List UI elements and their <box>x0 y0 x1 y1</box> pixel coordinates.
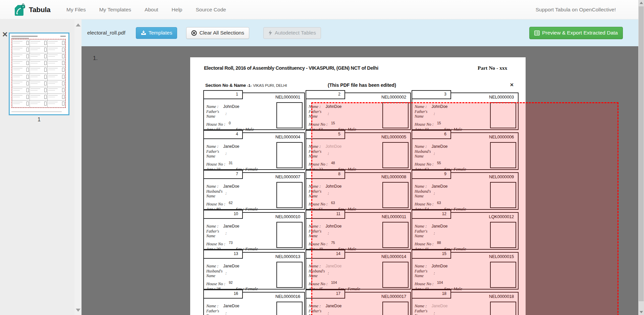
thumbnail-mini-cell <box>30 53 48 60</box>
pdf-page[interactable]: Electoral Roll, 2016 of Assembly Constit… <box>190 57 526 315</box>
photo-box <box>276 102 303 128</box>
relation-label-line2: Name <box>206 234 215 238</box>
thumbnail-mini-cell <box>30 60 48 67</box>
sex-value: Female <box>245 167 258 172</box>
voter-id: NEL0000002 <box>381 94 406 100</box>
autodetect-icon <box>268 30 272 36</box>
thumbnail-mini-cell <box>12 80 30 87</box>
thumbnail-mini-cell <box>12 93 30 101</box>
serial-number-box: 3 <box>412 90 451 99</box>
selection-close-icon[interactable]: ✕ <box>510 82 514 87</box>
remove-page-icon[interactable]: ✕ <box>2 31 8 38</box>
clear-all-selections-button[interactable]: Clear All Selections <box>186 27 249 39</box>
relation-colon: : <box>225 231 227 236</box>
name-value: JaneDoe <box>223 304 239 308</box>
relation-line: Husband'sName: <box>206 189 222 198</box>
scroll-down-icon[interactable] <box>76 309 80 312</box>
pdf-title: Electoral Roll, 2016 of Assembly Constit… <box>204 65 378 71</box>
photo-box <box>276 142 303 168</box>
autodetect-tables-button[interactable]: Autodetect Tables <box>263 27 321 39</box>
name-value: JohnDoe <box>223 104 239 109</box>
name-line: Name :JaneDoe <box>206 223 239 229</box>
clear-icon <box>191 30 197 36</box>
name-line: Name :JohnDoe <box>206 103 239 109</box>
thumbnail-mini-cell <box>47 66 65 73</box>
page-thumbnail-sidebar: ✕ 1 <box>0 19 82 315</box>
relation-label-line2: Name <box>206 194 215 198</box>
photo-box <box>276 182 303 208</box>
voter-card: 16NEL0000016Name :JaneDoeFather'sName:Ho… <box>203 292 305 315</box>
relation-colon: : <box>225 191 227 196</box>
templates-label: Templates <box>149 30 172 36</box>
templates-button[interactable]: Templates <box>136 27 177 39</box>
document-filename: electoral_roll.pdf <box>87 30 125 36</box>
relation-label: Husband's <box>206 269 222 273</box>
thumbnail-mini-cell <box>12 100 30 107</box>
scroll-up-icon[interactable] <box>76 23 80 26</box>
support-link[interactable]: Support Tabula on OpenCollective! <box>536 0 616 19</box>
sidebar-scrollbar[interactable] <box>74 19 82 315</box>
thumbnail-mini-cell <box>30 46 48 53</box>
serial-number-box: 1 <box>203 90 243 99</box>
section-number: -1- <box>247 83 252 87</box>
nav-help[interactable]: Help <box>165 7 189 13</box>
thumbnail-mini-cell <box>47 100 65 107</box>
voter-card: 7NEL0000007Name :JaneDoeHusband'sName:Ho… <box>203 172 305 210</box>
thumbnail-mini-cell <box>47 87 65 94</box>
house-value: 62 <box>229 201 233 205</box>
brand[interactable]: Tabula <box>15 3 50 16</box>
voter-id: NEL0000013 <box>275 254 300 259</box>
serial-number-box: 4 <box>203 130 243 139</box>
thumbnail-mini-cell <box>47 53 65 60</box>
scrollbar-down-icon[interactable] <box>638 309 644 315</box>
name-value: JaneDoe <box>223 264 239 268</box>
thumbnail-mini-cell <box>12 87 30 94</box>
relation-label-line2: Name <box>206 114 215 118</box>
name-value: JaneDoe <box>223 224 239 229</box>
relation-line: Father'sName: <box>206 309 219 315</box>
nav-my-files[interactable]: My Files <box>60 7 93 13</box>
thumbnail-mini-cell <box>30 73 48 80</box>
nav-my-templates[interactable]: My Templates <box>93 7 138 13</box>
voter-card: 13NEL0000013Name :JaneDoeHusband'sName:H… <box>203 252 305 290</box>
thumbnail-mini-cell <box>12 46 30 53</box>
sex-value: Female <box>245 287 258 291</box>
thumbnail-preview <box>10 34 68 114</box>
relation-colon: : <box>225 151 227 156</box>
document-toolbar: electoral_roll.pdf Templates Clear All S… <box>82 19 638 46</box>
pdf-canvas-area: 1. Electoral Roll, 2016 of Assembly Cons… <box>82 46 638 315</box>
photo-box <box>276 302 303 315</box>
relation-label: Father's <box>206 229 219 233</box>
serial-number-box: 16 <box>203 290 243 299</box>
templates-icon <box>141 30 146 36</box>
window-scrollbar[interactable] <box>638 0 644 315</box>
voter-id: NEL0000001 <box>275 94 300 100</box>
page-thumbnail[interactable] <box>9 33 69 115</box>
thumbnail-mini-cell <box>30 40 48 47</box>
name-line: Name :JaneDoe <box>206 263 239 269</box>
serial-number-box: 13 <box>203 250 243 259</box>
relation-label: Husband's <box>206 189 222 193</box>
thumbnail-mini-cell <box>47 46 65 53</box>
name-label: Name : <box>206 104 218 109</box>
thumbnail-selection-box <box>11 39 66 108</box>
nav-source-code[interactable]: Source Code <box>189 7 232 13</box>
thumbnail-mini-cell <box>47 80 65 87</box>
autodetect-label: Autodetect Tables <box>275 30 316 36</box>
scrollbar-thumb[interactable] <box>639 6 644 301</box>
voter-id: NEL0000010 <box>275 214 300 219</box>
scrollbar-up-icon[interactable] <box>638 0 644 6</box>
table-selection-overlay[interactable] <box>311 102 619 315</box>
voter-card: 4NEL0000004Name :JaneDoeFather'sName:Hou… <box>203 132 305 170</box>
nav-about[interactable]: About <box>138 7 165 13</box>
thumbnail-mini-cell <box>12 66 30 73</box>
thumbnail-mini-cell <box>30 87 48 94</box>
name-label: Name : <box>206 184 218 189</box>
tabula-logo-icon <box>15 3 25 16</box>
name-label: Name : <box>206 224 218 229</box>
thumbnail-mini-cell <box>47 40 65 47</box>
relation-colon: : <box>225 271 227 275</box>
relation-label: Father's <box>206 149 219 153</box>
preview-export-button[interactable]: Preview & Export Extracted Data <box>529 27 623 39</box>
section-heading: Section No & Name -1- VIKAS PURI, DELHI <box>205 83 287 88</box>
